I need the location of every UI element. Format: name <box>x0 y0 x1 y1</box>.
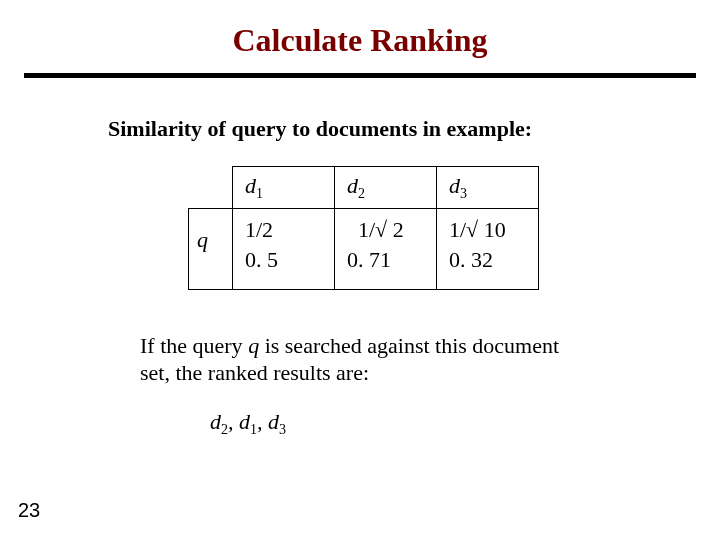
table-row: q 1/20. 5 1/√ 20. 71 1/√ 100. 32 <box>189 209 539 289</box>
table-cell: 1/20. 5 <box>233 209 335 289</box>
table-cell: 1/√ 100. 32 <box>437 209 539 289</box>
col-header: d1 <box>233 167 335 209</box>
title-divider <box>24 73 696 78</box>
ranked-results: d2, d1, d3 <box>210 409 720 438</box>
row-label: q <box>189 209 233 289</box>
body-text: If the query q is searched against this … <box>140 332 580 387</box>
col-header: d3 <box>437 167 539 209</box>
table-cell: 1/√ 20. 71 <box>335 209 437 289</box>
col-header: d2 <box>335 167 437 209</box>
slide-title: Calculate Ranking <box>0 0 720 73</box>
table-header-row: d1 d2 d3 <box>189 167 539 209</box>
page-number: 23 <box>18 499 40 522</box>
slide: Calculate Ranking Similarity of query to… <box>0 0 720 540</box>
similarity-table: d1 d2 d3 q 1/20. 5 1/√ 20. 71 1/√ 100. 3… <box>188 166 720 290</box>
subtitle: Similarity of query to documents in exam… <box>108 116 720 142</box>
